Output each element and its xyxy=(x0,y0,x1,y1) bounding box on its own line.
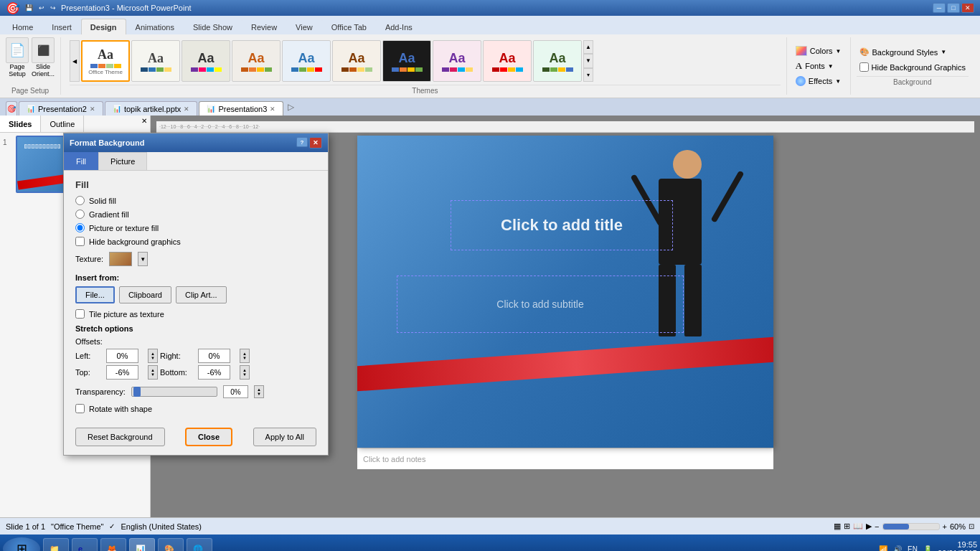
fit-slide[interactable]: ⊡ xyxy=(969,522,974,530)
theme-item-4[interactable]: Aa xyxy=(232,40,281,82)
transparency-slider[interactable] xyxy=(131,387,217,397)
background-styles-button[interactable]: 🎨 Background Styles ▼ xyxy=(857,46,969,58)
taskbar-browser3[interactable]: 🌐 xyxy=(187,538,212,551)
right-value-input[interactable] xyxy=(198,349,230,363)
bottom-value-input[interactable] xyxy=(198,365,230,380)
theme-item-8[interactable]: Aa xyxy=(433,40,481,82)
start-button[interactable]: ⊞ xyxy=(3,537,40,551)
view-reading[interactable]: 📖 xyxy=(853,522,863,531)
zoom-out[interactable]: − xyxy=(875,522,879,531)
top-value-input[interactable] xyxy=(106,365,138,380)
close-button[interactable]: ✕ xyxy=(961,3,974,13)
new-tab-button[interactable]: ▷ xyxy=(285,102,297,112)
effects-button[interactable]: Effects ▼ xyxy=(793,75,844,88)
bottom-spinner[interactable]: ▲▼ xyxy=(240,365,250,380)
file-button[interactable]: File... xyxy=(75,286,115,303)
theme-item-2[interactable]: Aa xyxy=(131,40,180,82)
hide-background-graphics-button[interactable]: Hide Background Graphics xyxy=(857,61,969,73)
slides-tab[interactable]: Slides xyxy=(0,116,41,132)
tab-animations[interactable]: Animations xyxy=(126,19,184,34)
tab-slideshow[interactable]: Slide Show xyxy=(184,19,242,34)
close-presentation3[interactable]: ✕ xyxy=(270,105,275,113)
quick-redo[interactable]: ↪ xyxy=(48,4,58,11)
transparency-value-input[interactable] xyxy=(223,385,248,398)
minimize-button[interactable]: ─ xyxy=(933,3,946,13)
clipboard-button[interactable]: Clipboard xyxy=(119,286,171,303)
slide-orientation-button[interactable]: ⬛ SlideOrient... xyxy=(32,37,55,77)
gradient-fill-radio[interactable] xyxy=(75,209,85,219)
tab-officetab[interactable]: Office Tab xyxy=(322,19,376,34)
hide-bg-checkbox[interactable] xyxy=(859,62,869,72)
themes-scroll-right[interactable]: ▲ ▼ ▾ xyxy=(583,40,593,82)
taskbar-files[interactable]: 📁 xyxy=(43,538,69,551)
clip-art-button[interactable]: Clip Art... xyxy=(176,286,227,303)
tile-picture-checkbox[interactable] xyxy=(75,309,85,319)
themes-scroll-left[interactable]: ◀ xyxy=(70,40,80,82)
colors-button[interactable]: Colors ▼ xyxy=(793,44,844,57)
tab-insert[interactable]: Insert xyxy=(42,19,81,34)
quick-undo[interactable]: ↩ xyxy=(37,4,47,11)
close-button-dialog[interactable]: Close xyxy=(185,428,232,446)
view-slide-sorter[interactable]: ⊞ xyxy=(844,522,850,531)
taskbar-firefox[interactable]: 🦊 xyxy=(100,538,126,551)
dialog-close-title-button[interactable]: ✕ xyxy=(309,137,322,149)
slide-title-placeholder[interactable]: Click to add title xyxy=(451,200,673,250)
zoom-slider[interactable] xyxy=(882,523,940,530)
theme-item-3[interactable]: Aa xyxy=(182,40,230,82)
hide-bg-graphics-option[interactable]: Hide background graphics xyxy=(75,237,316,246)
tab-design[interactable]: Design xyxy=(81,19,126,34)
panel-close-button[interactable]: ✕ xyxy=(138,116,150,132)
picture-texture-option[interactable]: Picture or texture fill xyxy=(75,223,316,232)
outline-tab[interactable]: Outline xyxy=(41,116,84,132)
taskbar-photoshop[interactable]: 🎨 xyxy=(158,538,184,551)
tab-presentation2[interactable]: 📊 Presentation2 ✕ xyxy=(19,101,103,116)
fonts-button[interactable]: A Fonts ▼ xyxy=(793,59,844,73)
ppt-icon-tab[interactable]: 🎯 xyxy=(6,101,17,116)
right-spinner[interactable]: ▲▼ xyxy=(240,349,250,363)
tab-view[interactable]: View xyxy=(286,19,322,34)
view-slideshow[interactable]: ▶ xyxy=(866,522,872,531)
solid-fill-radio[interactable] xyxy=(75,196,85,205)
close-topik-artikel[interactable]: ✕ xyxy=(184,105,189,113)
left-value-input[interactable] xyxy=(106,349,138,363)
theme-item-7[interactable]: Aa xyxy=(382,40,431,82)
close-presentation2[interactable]: ✕ xyxy=(90,105,95,113)
top-spinner[interactable]: ▲▼ xyxy=(148,365,158,380)
texture-dropdown[interactable]: ▼ xyxy=(138,252,148,266)
hide-bg-graphics-checkbox[interactable] xyxy=(75,237,85,246)
quick-save[interactable]: 💾 xyxy=(23,4,35,11)
rotate-shape-checkbox[interactable] xyxy=(75,404,85,413)
view-normal[interactable]: ▦ xyxy=(834,522,841,531)
apply-to-all-button[interactable]: Apply to All xyxy=(253,428,316,446)
theme-item-9[interactable]: Aa xyxy=(483,40,532,82)
rotate-with-shape-row[interactable]: Rotate with shape xyxy=(75,404,316,413)
texture-preview[interactable] xyxy=(109,252,132,266)
dialog-tab-picture[interactable]: Picture xyxy=(98,152,147,170)
transparency-spinner[interactable]: ▲▼ xyxy=(254,385,264,398)
page-setup-button[interactable]: 📄 PageSetup xyxy=(6,37,29,77)
dialog-tab-fill[interactable]: Fill xyxy=(64,152,98,170)
taskbar-powerpoint[interactable]: 📊 xyxy=(129,538,155,551)
tab-presentation3[interactable]: 📊 Presentation3 ✕ xyxy=(199,101,283,116)
tab-home[interactable]: Home xyxy=(3,19,42,34)
taskbar-ie[interactable]: e xyxy=(72,538,98,551)
restore-button[interactable]: □ xyxy=(947,3,960,13)
dialog-title-bar[interactable]: Format Background ? ✕ xyxy=(64,133,328,152)
solid-fill-option[interactable]: Solid fill xyxy=(75,196,316,205)
tab-topik-artikel[interactable]: 📊 topik artikel.pptx ✕ xyxy=(105,101,197,116)
notes-area[interactable]: Click to add notes xyxy=(357,448,773,469)
zoom-in[interactable]: + xyxy=(943,522,947,531)
gradient-fill-option[interactable]: Gradient fill xyxy=(75,209,316,219)
tab-addins[interactable]: Add-Ins xyxy=(376,19,422,34)
slide-subtitle-placeholder[interactable]: Click to add subtitle xyxy=(397,276,684,333)
theme-item-1[interactable]: Aa Office Theme xyxy=(81,40,130,82)
reset-background-button[interactable]: Reset Background xyxy=(75,428,165,446)
left-spinner[interactable]: ▲▼ xyxy=(148,349,158,363)
theme-item-10[interactable]: Aa xyxy=(533,40,582,82)
dialog-help-button[interactable]: ? xyxy=(296,137,308,147)
slide-canvas[interactable]: Click to add title Click to add subtitle xyxy=(357,136,773,448)
theme-item-6[interactable]: Aa xyxy=(332,40,381,82)
picture-fill-radio[interactable] xyxy=(75,223,85,232)
theme-item-5[interactable]: Aa xyxy=(282,40,331,82)
tab-review[interactable]: Review xyxy=(242,19,286,34)
